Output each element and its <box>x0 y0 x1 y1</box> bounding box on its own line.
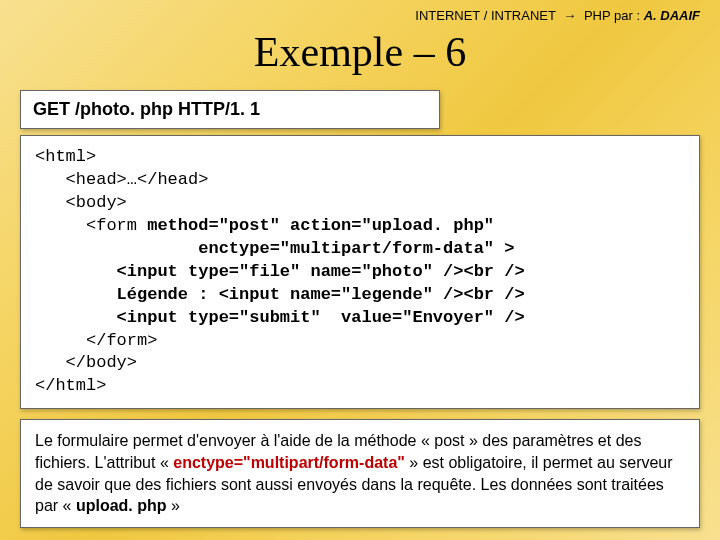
code-line: <html> <box>35 147 96 166</box>
header-left: INTERNET / INTRANET <box>415 8 555 23</box>
description-text: » <box>167 497 180 514</box>
description-bold: upload. php <box>76 497 167 514</box>
code-line-bold: <input type="file" name="photo" /><br /> <box>35 262 525 281</box>
header-strip: INTERNET / INTRANET → PHP par : A. DAAIF <box>415 8 700 23</box>
description-box: Le formulaire permet d'envoyer à l'aide … <box>20 419 700 527</box>
code-line: </body> <box>35 353 137 372</box>
http-request-line: GET /photo. php HTTP/1. 1 <box>33 99 260 119</box>
code-line: <form <box>35 216 147 235</box>
slide-title: Exemple – 6 <box>0 28 720 76</box>
code-line-bold: enctype="multipart/form-data" > <box>35 239 514 258</box>
header-author: A. DAAIF <box>644 8 700 23</box>
code-line-bold: method="post" action="upload. php" <box>147 216 494 235</box>
code-box: <html> <head>…</head> <body> <form metho… <box>20 135 700 409</box>
code-line: <head>…</head> <box>35 170 208 189</box>
http-request-box: GET /photo. php HTTP/1. 1 <box>20 90 440 129</box>
code-line: </html> <box>35 376 106 395</box>
code-line-bold: Légende : <input name="legende" /><br /> <box>35 285 525 304</box>
code-line: <body> <box>35 193 127 212</box>
arrow-right-icon: → <box>563 8 576 23</box>
code-line-bold: <input type="submit" value="Envoyer" /> <box>35 308 525 327</box>
header-right-prefix: PHP par : <box>584 8 644 23</box>
code-line: </form> <box>35 331 157 350</box>
description-highlight: enctype="multipart/form-data" <box>173 454 405 471</box>
